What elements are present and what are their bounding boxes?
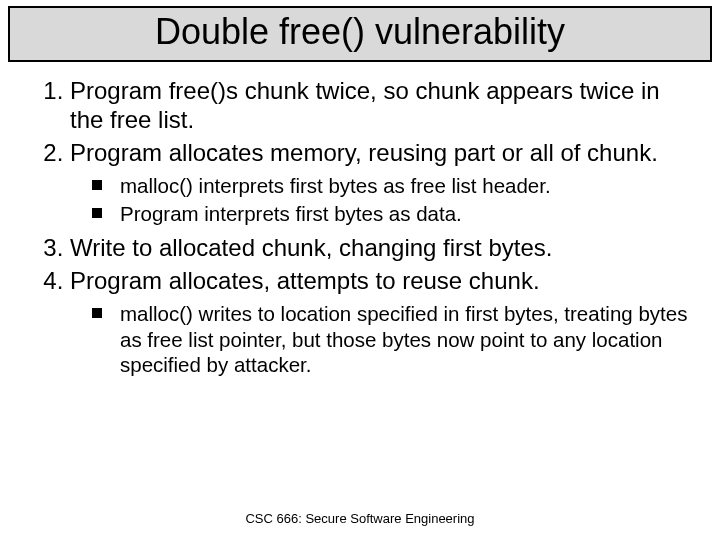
list-item: Program allocates, attempts to reuse chu… [70, 266, 696, 378]
sub-list: malloc() interprets first bytes as free … [70, 173, 696, 226]
sub-list-item: malloc() interprets first bytes as free … [92, 173, 696, 199]
slide-title-bar: Double free() vulnerability [8, 6, 712, 62]
slide-title: Double free() vulnerability [18, 12, 702, 52]
list-item-text: Program free()s chunk twice, so chunk ap… [70, 77, 660, 133]
sub-list-item-text: malloc() interprets first bytes as free … [120, 174, 551, 197]
slide-footer: CSC 666: Secure Software Engineering [0, 511, 720, 526]
sub-list-item-text: Program interprets first bytes as data. [120, 202, 462, 225]
sub-list-item-text: malloc() writes to location specified in… [120, 302, 687, 376]
sub-list-item: Program interprets first bytes as data. [92, 201, 696, 227]
list-item: Program allocates memory, reusing part o… [70, 138, 696, 227]
sub-list-item: malloc() writes to location specified in… [92, 301, 696, 378]
list-item-text: Program allocates memory, reusing part o… [70, 139, 658, 166]
list-item-text: Program allocates, attempts to reuse chu… [70, 267, 540, 294]
slide-body: Program free()s chunk twice, so chunk ap… [0, 76, 720, 378]
sub-list: malloc() writes to location specified in… [70, 301, 696, 378]
list-item: Write to allocated chunk, changing first… [70, 233, 696, 262]
numbered-list: Program free()s chunk twice, so chunk ap… [24, 76, 696, 378]
list-item-text: Write to allocated chunk, changing first… [70, 234, 552, 261]
list-item: Program free()s chunk twice, so chunk ap… [70, 76, 696, 135]
